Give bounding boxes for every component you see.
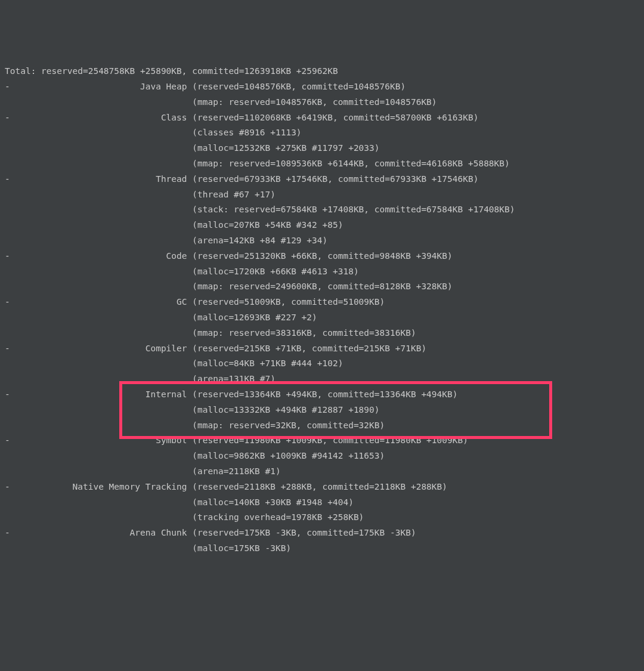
nmt-section-thread-detail: (thread #67 +17) xyxy=(5,187,639,203)
nmt-total-line: Total: reserved=2548758KB +25890KB, comm… xyxy=(5,64,639,79)
nmt-section-symbol-detail: (malloc=9862KB +1009KB #94142 +11653) xyxy=(5,449,639,464)
nmt-section-compiler: - Compiler (reserved=215KB +71KB, commit… xyxy=(5,341,639,357)
nmt-section-class: - Class (reserved=1102068KB +6419KB, com… xyxy=(5,110,639,126)
nmt-section-internal-detail: (malloc=13332KB +494KB #12887 +1890) xyxy=(5,403,639,418)
nmt-section-thread: - Thread (reserved=67933KB +17546KB, com… xyxy=(5,172,639,187)
nmt-section-code-detail: (malloc=1720KB +66KB #4613 +318) xyxy=(5,264,639,280)
nmt-section-gc-detail: (malloc=12693KB #227 +2) xyxy=(5,310,639,326)
nmt-section-thread-detail: (malloc=207KB +54KB #342 +85) xyxy=(5,218,639,233)
nmt-section-native-memory-tracking-detail: (tracking overhead=1978KB +258KB) xyxy=(5,510,639,525)
nmt-section-thread-detail: (stack: reserved=67584KB +17408KB, commi… xyxy=(5,202,639,218)
nmt-section-java-heap-detail: (mmap: reserved=1048576KB, committed=104… xyxy=(5,95,639,110)
nmt-section-native-memory-tracking: - Native Memory Tracking (reserved=2118K… xyxy=(5,480,639,495)
nmt-section-thread-detail: (arena=142KB +84 #129 +34) xyxy=(5,233,639,249)
nmt-section-code-detail: (mmap: reserved=249600KB, committed=8128… xyxy=(5,279,639,295)
nmt-section-arena-chunk-detail: (malloc=175KB -3KB) xyxy=(5,541,639,556)
nmt-section-native-memory-tracking-detail: (malloc=140KB +30KB #1948 +404) xyxy=(5,495,639,511)
nmt-section-internal-detail: (mmap: reserved=32KB, committed=32KB) xyxy=(5,418,639,434)
nmt-section-symbol-detail: (arena=2118KB #1) xyxy=(5,464,639,480)
nmt-section-gc-detail: (mmap: reserved=38316KB, committed=38316… xyxy=(5,326,639,341)
nmt-section-class-detail: (mmap: reserved=1089536KB +6144KB, commi… xyxy=(5,156,639,172)
nmt-section-internal: - Internal (reserved=13364KB +494KB, com… xyxy=(5,387,639,403)
nmt-section-class-detail: (classes #8916 +1113) xyxy=(5,125,639,141)
nmt-section-arena-chunk: - Arena Chunk (reserved=175KB -3KB, comm… xyxy=(5,525,639,541)
nmt-section-gc: - GC (reserved=51009KB, committed=51009K… xyxy=(5,295,639,310)
nmt-section-class-detail: (malloc=12532KB +275KB #11797 +2033) xyxy=(5,141,639,156)
nmt-section-symbol: - Symbol (reserved=11980KB +1009KB, comm… xyxy=(5,433,639,449)
nmt-output: Total: reserved=2548758KB +25890KB, comm… xyxy=(5,64,639,556)
nmt-section-compiler-detail: (malloc=84KB +71KB #444 +102) xyxy=(5,356,639,372)
nmt-section-java-heap: - Java Heap (reserved=1048576KB, committ… xyxy=(5,79,639,95)
nmt-section-compiler-detail: (arena=131KB #7) xyxy=(5,372,639,387)
nmt-section-code: - Code (reserved=251320KB +66KB, committ… xyxy=(5,249,639,264)
